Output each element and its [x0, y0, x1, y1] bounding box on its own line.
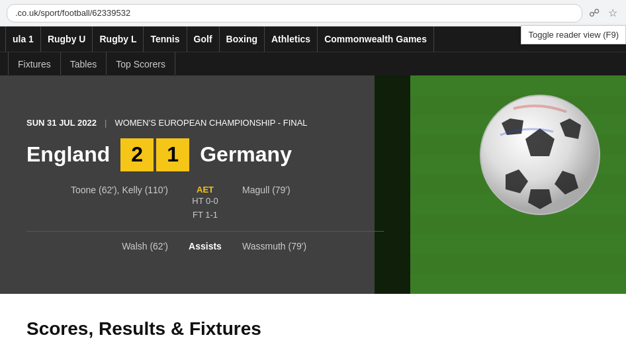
home-scorers: Toone (62'), Kelly (110') — [26, 185, 179, 195]
home-assists: Walsh (62') — [26, 241, 179, 251]
bottom-title: Scores, Results & Fixtures — [26, 318, 261, 340]
match-date-separator: | — [105, 118, 107, 128]
scorers-row: Toone (62'), Kelly (110') AET HT 0-0 FT … — [26, 185, 384, 222]
url-text: .co.uk/sport/football/62339532 — [15, 8, 130, 18]
assists-row: Walsh (62') Assists Wassmuth (79') — [26, 241, 384, 251]
football-ball — [474, 89, 606, 221]
reader-view-tooltip: Toggle reader view (F9) — [521, 26, 626, 44]
sub-nav: Fixtures Tables Top Scorers — [0, 52, 626, 75]
home-team-name: England — [26, 142, 110, 167]
nav-item-rugby-u[interactable]: Rugby U — [41, 26, 93, 52]
nav-bar: ula 1 Rugby U Rugby L Tennis Golf Boxing… — [0, 26, 626, 52]
score-boxes: 2 1 — [120, 138, 189, 171]
browser-bar: .co.uk/sport/football/62339532 ☍ ☆ — [0, 0, 626, 26]
nav-item-formula1[interactable]: ula 1 — [5, 26, 41, 52]
subnav-tables[interactable]: Tables — [61, 52, 107, 76]
match-area: SUN 31 JUL 2022 | WOMEN'S EUROPEAN CHAMP… — [0, 75, 626, 294]
football-background — [375, 75, 626, 294]
away-score-box: 1 — [156, 138, 189, 171]
aet-block: AET HT 0-0 FT 1-1 — [179, 185, 232, 222]
svg-rect-6 — [375, 274, 626, 294]
bottom-section: Scores, Results & Fixtures — [0, 294, 626, 364]
score-row: England 2 1 Germany — [26, 138, 384, 171]
away-assists: Wassmuth (79') — [232, 241, 384, 251]
aet-label: AET — [179, 185, 232, 195]
match-date: SUN 31 JUL 2022 — [26, 118, 97, 128]
subnav-fixtures[interactable]: Fixtures — [8, 52, 61, 76]
ht-score: HT 0-0 — [179, 195, 232, 208]
bookmark-icon[interactable]: ☆ — [606, 7, 619, 20]
match-competition: WOMEN'S EUROPEAN CHAMPIONSHIP - FINAL — [114, 118, 307, 128]
subnav-top-scorers[interactable]: Top Scorers — [107, 52, 175, 76]
away-scorers: Magull (79') — [232, 185, 384, 195]
nav-item-commonwealth[interactable]: Commonwealth Games — [318, 26, 434, 52]
nav-item-athletics[interactable]: Athletics — [265, 26, 318, 52]
home-score-box: 2 — [120, 138, 154, 171]
svg-rect-5 — [375, 234, 626, 254]
url-bar[interactable]: .co.uk/sport/football/62339532 — [7, 4, 582, 23]
nav-item-rugby-l[interactable]: Rugby L — [93, 26, 144, 52]
match-header: SUN 31 JUL 2022 | WOMEN'S EUROPEAN CHAMP… — [26, 118, 384, 128]
match-content: SUN 31 JUL 2022 | WOMEN'S EUROPEAN CHAMP… — [0, 75, 410, 294]
away-team-name: Germany — [200, 142, 292, 167]
match-divider — [26, 231, 384, 232]
nav-item-boxing[interactable]: Boxing — [220, 26, 265, 52]
nav-item-tennis[interactable]: Tennis — [144, 26, 187, 52]
reader-view-icon[interactable]: ☍ — [588, 7, 601, 20]
ft-score: FT 1-1 — [179, 208, 232, 222]
nav-item-golf[interactable]: Golf — [187, 26, 220, 52]
assists-label: Assists — [179, 241, 232, 251]
